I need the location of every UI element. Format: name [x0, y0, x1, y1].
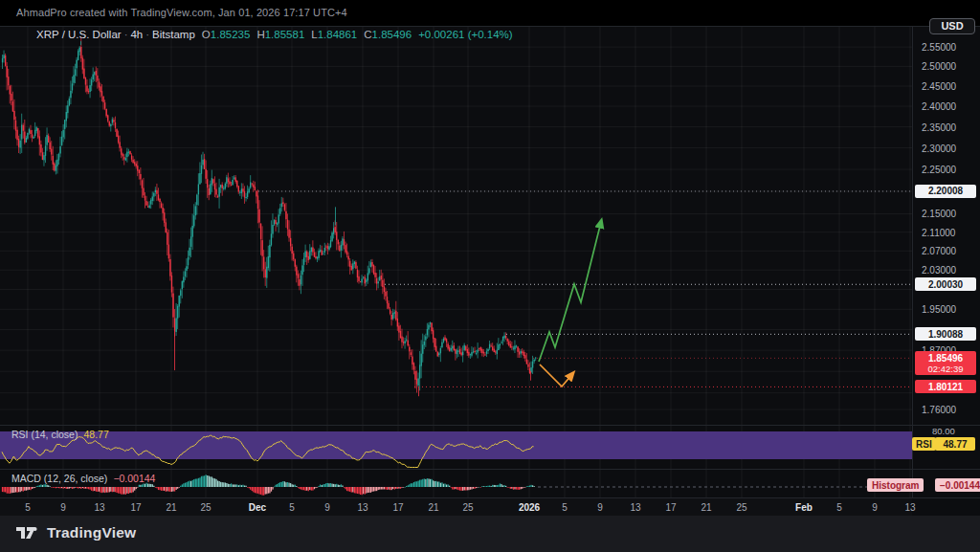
candle-body	[102, 97, 103, 102]
macd-histogram-bar	[468, 487, 469, 490]
pane-divider-main-rsi[interactable]	[0, 425, 980, 426]
macd-histogram-bar	[199, 477, 200, 487]
candle-body	[182, 281, 183, 289]
rsi-title[interactable]: RSI (14, close)48.77	[11, 429, 109, 440]
macd-histogram-bar	[263, 487, 264, 496]
candle-body	[355, 262, 356, 269]
macd-histogram-bar	[236, 484, 237, 487]
price-chart-pane[interactable]	[0, 27, 912, 425]
macd-histogram-bar	[325, 483, 326, 487]
price-axis-label: 2.03000	[922, 265, 956, 276]
macd-histogram-bar	[370, 487, 371, 493]
macd-histogram-bar	[474, 487, 475, 489]
candle-body	[241, 188, 242, 193]
tradingview-snapshot: AhmadPro created with TradingView.com, J…	[0, 0, 980, 552]
macd-histogram-bar	[492, 485, 493, 487]
candle-body	[120, 142, 121, 147]
candle-body	[524, 355, 525, 359]
candle-body	[166, 222, 167, 232]
macd-histogram-bar	[255, 487, 256, 493]
tradingview-logo-text: TradingView	[47, 524, 136, 541]
candle-body	[505, 336, 506, 338]
candle-body	[471, 352, 472, 356]
low-value: 1.84861	[318, 29, 358, 40]
candle-body	[73, 75, 74, 82]
candle-body	[126, 152, 127, 158]
macd-histogram-bar	[258, 487, 259, 495]
macd-histogram-bar	[69, 487, 70, 489]
macd-histogram-bar	[517, 487, 518, 490]
macd-histogram-bar	[480, 487, 481, 488]
macd-histogram-bar	[403, 487, 404, 488]
macd-histogram-bar	[301, 487, 301, 490]
candle-body	[323, 254, 323, 254]
candle-body	[5, 55, 6, 66]
macd-title[interactable]: MACD (12, 26, close)−0.00144	[11, 473, 155, 484]
macd-histogram-bar	[192, 480, 193, 487]
price-axis[interactable]: 80.00 2.550002.500002.450002.400002.3500…	[913, 27, 980, 498]
candle-body	[425, 337, 426, 341]
time-axis[interactable]: 5913172125Dec591317212520265913172125Feb…	[0, 498, 912, 516]
pane-divider-rsi-macd[interactable]	[0, 469, 980, 470]
macd-histogram-bar	[513, 487, 514, 490]
candle-body	[519, 352, 520, 355]
macd-histogram-bar	[40, 484, 41, 487]
rsi-pane[interactable]	[0, 426, 912, 469]
candle-body	[391, 315, 392, 320]
macd-histogram-bar	[100, 487, 100, 493]
macd-histogram-bar	[229, 484, 230, 487]
macd-histogram-bar	[7, 487, 8, 494]
macd-histogram-bar	[406, 486, 407, 487]
macd-histogram-bar	[206, 475, 207, 487]
candle-body	[204, 159, 205, 169]
macd-histogram-bar	[174, 487, 175, 492]
candle-body	[330, 240, 331, 247]
macd-histogram-bar	[104, 487, 105, 493]
macd-histogram-bar	[54, 487, 55, 488]
bottom-bar: TradingView	[0, 516, 980, 552]
tradingview-logo[interactable]: TradingView	[16, 524, 136, 541]
macd-histogram-bar	[282, 481, 283, 487]
candle-body	[43, 155, 44, 160]
time-axis-label: 25	[462, 502, 473, 513]
macd-histogram-bar	[374, 487, 375, 491]
candle-body	[366, 280, 367, 282]
candle-body	[79, 48, 80, 53]
candle-body	[371, 262, 372, 266]
macd-title-text: MACD (12, 26, close)	[11, 473, 107, 484]
price-axis-label: 2.55000	[922, 42, 956, 53]
macd-histogram-bar	[250, 487, 251, 490]
macd-histogram-bar	[491, 486, 492, 487]
candle-body	[457, 350, 458, 351]
symbol-legend[interactable]: XRP / U.S. Dollar·4h·BitstampO1.85235H1.…	[36, 29, 513, 40]
candle-body	[348, 256, 349, 260]
macd-histogram-bar	[416, 481, 417, 487]
candle-body	[368, 273, 368, 280]
macd-histogram-bar	[252, 487, 253, 491]
candle-body	[164, 212, 165, 223]
currency-toggle-button[interactable]: USD	[929, 18, 975, 34]
candle-body	[346, 251, 347, 254]
macd-histogram-bar	[534, 486, 535, 487]
candle-body	[3, 55, 4, 58]
macd-histogram-bar	[292, 484, 293, 487]
candle-body	[59, 146, 60, 153]
macd-histogram-bar	[324, 484, 325, 487]
macd-histogram-bar	[333, 484, 334, 487]
time-axis-label: 5	[25, 502, 31, 513]
candle-body	[305, 251, 306, 257]
macd-histogram-bar	[498, 485, 499, 487]
candle-body	[409, 347, 410, 352]
candle-body	[516, 345, 517, 346]
price-axis-label: 2.30000	[922, 144, 956, 154]
macd-histogram-bar	[408, 485, 409, 487]
candle-body	[42, 152, 43, 160]
macd-histogram-bar	[501, 484, 501, 487]
candle-body	[327, 246, 328, 249]
macd-histogram-bar	[398, 487, 399, 489]
macd-histogram-bar	[368, 487, 369, 493]
macd-histogram-bar	[274, 487, 275, 488]
macd-histogram-bar	[500, 483, 501, 487]
candle-body	[295, 259, 296, 267]
candle-body	[522, 351, 523, 353]
